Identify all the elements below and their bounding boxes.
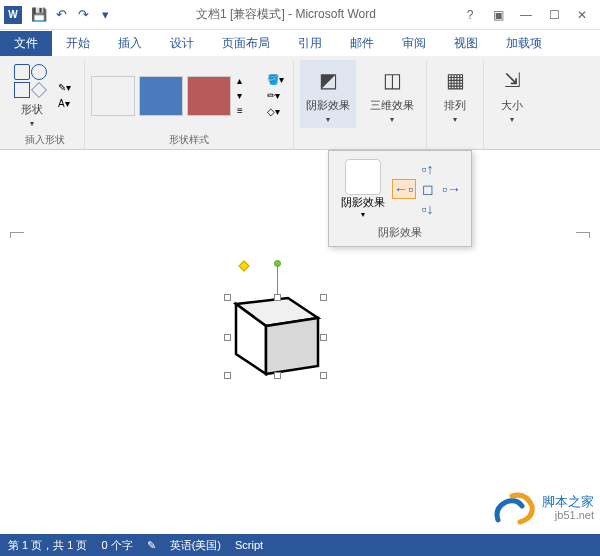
statusbar: 第 1 页，共 1 页 0 个字 ✎ 英语(美国) Script: [0, 534, 600, 556]
threed-effect-button[interactable]: ◫ 三维效果 ▾: [364, 60, 420, 128]
style-swatch-2[interactable]: [139, 76, 183, 116]
document-canvas[interactable]: [0, 150, 600, 534]
arrange-icon: ▦: [439, 64, 471, 96]
tab-layout[interactable]: 页面布局: [208, 31, 284, 56]
status-words[interactable]: 0 个字: [101, 538, 132, 553]
svg-marker-2: [266, 318, 318, 374]
handle-nw[interactable]: [224, 294, 231, 301]
handle-s[interactable]: [274, 372, 281, 379]
status-page[interactable]: 第 1 页，共 1 页: [8, 538, 87, 553]
shapes-label: 形状: [21, 102, 43, 117]
watermark-line2: jb51.net: [542, 509, 594, 522]
ribbon-tabs: 文件 开始 插入 设计 页面布局 引用 邮件 审阅 视图 加载项: [0, 30, 600, 56]
handle-n[interactable]: [274, 294, 281, 301]
tab-review[interactable]: 审阅: [388, 31, 440, 56]
cube-icon: ◫: [376, 64, 408, 96]
group-insert-shape: 形状 ▾ ✎▾ A▾ 插入形状: [6, 60, 85, 149]
nudge-right-button[interactable]: ▫→: [440, 179, 464, 199]
style-scroll-down[interactable]: ▾: [235, 89, 257, 103]
watermark: 脚本之家 jb51.net: [492, 488, 594, 528]
word-icon: W: [4, 6, 22, 24]
save-icon[interactable]: 💾: [28, 4, 50, 26]
arrange-label: 排列: [444, 98, 466, 113]
size-button[interactable]: ⇲ 大小 ▾: [490, 60, 534, 128]
rotate-stem: [277, 267, 278, 295]
group-3d: ◫ 三维效果 ▾: [358, 60, 427, 149]
nudge-center-button[interactable]: ◻: [416, 179, 440, 199]
tab-view[interactable]: 视图: [440, 31, 492, 56]
group-label-shape-styles: 形状样式: [169, 131, 209, 149]
change-shape-button[interactable]: ◇▾: [265, 105, 287, 119]
chevron-down-icon: ▾: [326, 115, 330, 124]
shape-outline-button[interactable]: ✏▾: [265, 89, 287, 103]
shadow-icon: ◩: [312, 64, 344, 96]
tab-mail[interactable]: 邮件: [336, 31, 388, 56]
close-icon[interactable]: ✕: [568, 3, 596, 27]
group-shadow: ◩ 阴影效果 ▾: [294, 60, 358, 149]
group-shape-styles: ▴ ▾ ≡ 🪣▾ ✏▾ ◇▾ 形状样式: [85, 60, 294, 149]
group-arrange: ▦ 排列 ▾: [427, 60, 484, 149]
adjust-handle[interactable]: [238, 260, 249, 271]
shadow-preview-icon: [345, 159, 381, 195]
style-scroll-up[interactable]: ▴: [235, 74, 257, 88]
tab-home[interactable]: 开始: [52, 31, 104, 56]
shadow-toggle-button[interactable]: 阴影效果 ▾: [337, 157, 389, 221]
shadow-toggle-label: 阴影效果: [341, 195, 385, 210]
shadow-effect-button[interactable]: ◩ 阴影效果 ▾: [300, 60, 356, 128]
window-title: 文档1 [兼容模式] - Microsoft Word: [116, 6, 456, 23]
status-ime[interactable]: Script: [235, 539, 263, 551]
watermark-logo: [492, 488, 536, 528]
rotate-handle[interactable]: [274, 260, 281, 267]
size-icon: ⇲: [496, 64, 528, 96]
nudge-left-button[interactable]: ←▫: [392, 179, 416, 199]
handle-e[interactable]: [320, 334, 327, 341]
chevron-down-icon: ▾: [30, 119, 34, 128]
chevron-down-icon: ▾: [510, 115, 514, 124]
ruler-corner-left: [10, 232, 24, 238]
shadow-label: 阴影效果: [306, 98, 350, 113]
chevron-down-icon: ▾: [361, 210, 365, 219]
ruler-corner-right: [576, 232, 590, 238]
titlebar: W 💾 ↶ ↷ ▾ 文档1 [兼容模式] - Microsoft Word ? …: [0, 0, 600, 30]
group-size: ⇲ 大小 ▾: [484, 60, 540, 149]
group-label-insert-shape: 插入形状: [25, 131, 65, 149]
text-box-button[interactable]: A▾: [56, 97, 78, 111]
status-proofing-icon[interactable]: ✎: [147, 539, 156, 552]
qat-customize-icon[interactable]: ▾: [94, 4, 116, 26]
handle-se[interactable]: [320, 372, 327, 379]
help-icon[interactable]: ?: [456, 3, 484, 27]
undo-icon[interactable]: ↶: [50, 4, 72, 26]
handle-w[interactable]: [224, 334, 231, 341]
size-label: 大小: [501, 98, 523, 113]
tab-file[interactable]: 文件: [0, 31, 52, 56]
maximize-icon[interactable]: ☐: [540, 3, 568, 27]
style-swatch-3[interactable]: [187, 76, 231, 116]
shapes-button[interactable]: 形状 ▾: [12, 62, 52, 130]
shadow-nudge-grid: ▫↑ ←▫ ◻ ▫→ ▫↓: [392, 159, 464, 219]
watermark-line1: 脚本之家: [542, 494, 594, 510]
ribbon-options-icon[interactable]: ▣: [484, 3, 512, 27]
chevron-down-icon: ▾: [453, 115, 457, 124]
nudge-down-button[interactable]: ▫↓: [416, 199, 440, 219]
tab-design[interactable]: 设计: [156, 31, 208, 56]
handle-ne[interactable]: [320, 294, 327, 301]
shape-fill-button[interactable]: 🪣▾: [265, 73, 287, 87]
handle-sw[interactable]: [224, 372, 231, 379]
nudge-up-button[interactable]: ▫↑: [416, 159, 440, 179]
redo-icon[interactable]: ↷: [72, 4, 94, 26]
watermark-text: 脚本之家 jb51.net: [542, 494, 594, 523]
shapes-icon: [14, 64, 50, 100]
threed-label: 三维效果: [370, 98, 414, 113]
tab-addins[interactable]: 加载项: [492, 31, 556, 56]
arrange-button[interactable]: ▦ 排列 ▾: [433, 60, 477, 128]
status-lang[interactable]: 英语(美国): [170, 538, 221, 553]
minimize-icon[interactable]: —: [512, 3, 540, 27]
style-swatch-1[interactable]: [91, 76, 135, 116]
edit-shape-button[interactable]: ✎▾: [56, 81, 78, 95]
tab-references[interactable]: 引用: [284, 31, 336, 56]
tab-insert[interactable]: 插入: [104, 31, 156, 56]
style-expand[interactable]: ≡: [235, 104, 257, 118]
cube-shape[interactable]: [228, 276, 328, 376]
ribbon: 形状 ▾ ✎▾ A▾ 插入形状 ▴ ▾ ≡ 🪣▾ ✏▾ ◇▾: [0, 56, 600, 150]
dropdown-panel-label: 阴影效果: [335, 225, 465, 240]
